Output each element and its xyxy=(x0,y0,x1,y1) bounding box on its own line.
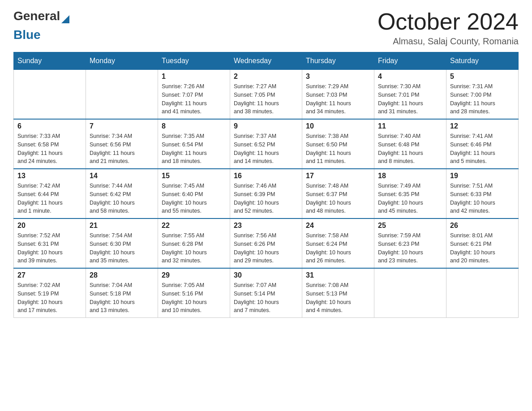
day-detail: Sunrise: 7:42 AM Sunset: 6:44 PM Dayligh… xyxy=(17,182,82,215)
day-number: 21 xyxy=(90,222,154,230)
day-number: 8 xyxy=(162,122,226,130)
calendar-cell: 12Sunrise: 7:41 AM Sunset: 6:46 PM Dayli… xyxy=(446,119,519,169)
weekday-header-sunday: Sunday xyxy=(14,52,86,70)
day-detail: Sunrise: 7:55 AM Sunset: 6:28 PM Dayligh… xyxy=(162,231,226,265)
calendar-cell: 29Sunrise: 7:05 AM Sunset: 5:16 PM Dayli… xyxy=(158,268,230,318)
day-detail: Sunrise: 7:41 AM Sunset: 6:46 PM Dayligh… xyxy=(450,132,515,166)
day-detail: Sunrise: 7:44 AM Sunset: 6:42 PM Dayligh… xyxy=(90,182,154,215)
calendar-week-row: 1Sunrise: 7:26 AM Sunset: 7:07 PM Daylig… xyxy=(14,70,519,120)
day-number: 25 xyxy=(378,222,442,230)
day-number: 12 xyxy=(450,122,515,130)
day-number: 2 xyxy=(234,73,298,81)
day-number: 6 xyxy=(17,122,82,130)
calendar-cell: 31Sunrise: 7:08 AM Sunset: 5:13 PM Dayli… xyxy=(302,268,374,318)
day-detail: Sunrise: 7:35 AM Sunset: 6:54 PM Dayligh… xyxy=(162,132,226,166)
calendar-cell: 19Sunrise: 7:51 AM Sunset: 6:33 PM Dayli… xyxy=(446,169,519,218)
weekday-header-row: SundayMondayTuesdayWednesdayThursdayFrid… xyxy=(14,52,519,70)
day-detail: Sunrise: 7:27 AM Sunset: 7:05 PM Dayligh… xyxy=(234,82,298,116)
calendar-cell: 23Sunrise: 7:56 AM Sunset: 6:26 PM Dayli… xyxy=(230,218,302,268)
calendar-cell: 16Sunrise: 7:46 AM Sunset: 6:39 PM Dayli… xyxy=(230,169,302,218)
calendar-cell: 13Sunrise: 7:42 AM Sunset: 6:44 PM Dayli… xyxy=(14,169,86,218)
day-detail: Sunrise: 7:46 AM Sunset: 6:39 PM Dayligh… xyxy=(234,182,298,215)
weekday-header-wednesday: Wednesday xyxy=(230,52,302,70)
day-number: 27 xyxy=(17,271,82,279)
day-number: 13 xyxy=(17,172,82,180)
day-detail: Sunrise: 7:34 AM Sunset: 6:56 PM Dayligh… xyxy=(90,132,154,166)
day-detail: Sunrise: 7:02 AM Sunset: 5:19 PM Dayligh… xyxy=(17,281,82,315)
calendar-cell: 11Sunrise: 7:40 AM Sunset: 6:48 PM Dayli… xyxy=(374,119,446,169)
page-header: General Blue October 2024 Almasu, Salaj … xyxy=(13,9,519,47)
calendar-cell: 5Sunrise: 7:31 AM Sunset: 7:00 PM Daylig… xyxy=(446,70,519,120)
day-number: 14 xyxy=(90,172,154,180)
day-detail: Sunrise: 7:05 AM Sunset: 5:16 PM Dayligh… xyxy=(162,281,226,315)
calendar-cell: 27Sunrise: 7:02 AM Sunset: 5:19 PM Dayli… xyxy=(14,268,86,318)
day-number: 9 xyxy=(234,122,298,130)
day-number: 24 xyxy=(306,222,370,230)
weekday-header-tuesday: Tuesday xyxy=(158,52,230,70)
day-detail: Sunrise: 7:33 AM Sunset: 6:58 PM Dayligh… xyxy=(17,132,82,166)
day-detail: Sunrise: 7:37 AM Sunset: 6:52 PM Dayligh… xyxy=(234,132,298,166)
svg-marker-0 xyxy=(61,15,69,23)
calendar-cell: 4Sunrise: 7:30 AM Sunset: 7:01 PM Daylig… xyxy=(374,70,446,120)
day-number: 15 xyxy=(162,172,226,180)
month-title: October 2024 xyxy=(378,9,519,34)
day-number: 5 xyxy=(450,73,515,81)
day-number: 3 xyxy=(306,73,370,81)
weekday-header-thursday: Thursday xyxy=(302,52,374,70)
day-detail: Sunrise: 7:52 AM Sunset: 6:31 PM Dayligh… xyxy=(17,231,82,265)
calendar-cell: 25Sunrise: 7:59 AM Sunset: 6:23 PM Dayli… xyxy=(374,218,446,268)
calendar-cell: 17Sunrise: 7:48 AM Sunset: 6:37 PM Dayli… xyxy=(302,169,374,218)
day-number: 1 xyxy=(162,73,226,81)
day-detail: Sunrise: 7:31 AM Sunset: 7:00 PM Dayligh… xyxy=(450,82,515,116)
weekday-header-friday: Friday xyxy=(374,52,446,70)
calendar-table: SundayMondayTuesdayWednesdayThursdayFrid… xyxy=(13,52,519,318)
calendar-cell: 18Sunrise: 7:49 AM Sunset: 6:35 PM Dayli… xyxy=(374,169,446,218)
day-detail: Sunrise: 7:30 AM Sunset: 7:01 PM Dayligh… xyxy=(378,82,442,116)
calendar-cell xyxy=(446,268,519,318)
day-detail: Sunrise: 7:48 AM Sunset: 6:37 PM Dayligh… xyxy=(306,182,370,215)
calendar-cell: 21Sunrise: 7:54 AM Sunset: 6:30 PM Dayli… xyxy=(86,218,158,268)
day-detail: Sunrise: 7:59 AM Sunset: 6:23 PM Dayligh… xyxy=(378,231,442,265)
day-number: 10 xyxy=(306,122,370,130)
calendar-cell xyxy=(14,70,86,120)
day-number: 28 xyxy=(90,271,154,279)
calendar-cell: 30Sunrise: 7:07 AM Sunset: 5:14 PM Dayli… xyxy=(230,268,302,318)
calendar-week-row: 20Sunrise: 7:52 AM Sunset: 6:31 PM Dayli… xyxy=(14,218,519,268)
day-number: 17 xyxy=(306,172,370,180)
day-number: 23 xyxy=(234,222,298,230)
calendar-week-row: 27Sunrise: 7:02 AM Sunset: 5:19 PM Dayli… xyxy=(14,268,519,318)
calendar-week-row: 13Sunrise: 7:42 AM Sunset: 6:44 PM Dayli… xyxy=(14,169,519,218)
weekday-header-monday: Monday xyxy=(86,52,158,70)
day-number: 4 xyxy=(378,73,442,81)
day-detail: Sunrise: 8:01 AM Sunset: 6:21 PM Dayligh… xyxy=(450,231,515,265)
logo: General Blue xyxy=(13,9,69,42)
day-detail: Sunrise: 7:45 AM Sunset: 6:40 PM Dayligh… xyxy=(162,182,226,215)
day-detail: Sunrise: 7:58 AM Sunset: 6:24 PM Dayligh… xyxy=(306,231,370,265)
calendar-cell: 14Sunrise: 7:44 AM Sunset: 6:42 PM Dayli… xyxy=(86,169,158,218)
day-detail: Sunrise: 7:56 AM Sunset: 6:26 PM Dayligh… xyxy=(234,231,298,265)
calendar-cell: 2Sunrise: 7:27 AM Sunset: 7:05 PM Daylig… xyxy=(230,70,302,120)
day-detail: Sunrise: 7:29 AM Sunset: 7:03 PM Dayligh… xyxy=(306,82,370,116)
calendar-cell: 8Sunrise: 7:35 AM Sunset: 6:54 PM Daylig… xyxy=(158,119,230,169)
day-detail: Sunrise: 7:40 AM Sunset: 6:48 PM Dayligh… xyxy=(378,132,442,166)
calendar-cell: 10Sunrise: 7:38 AM Sunset: 6:50 PM Dayli… xyxy=(302,119,374,169)
day-detail: Sunrise: 7:49 AM Sunset: 6:35 PM Dayligh… xyxy=(378,182,442,215)
logo-triangle-icon xyxy=(61,15,69,23)
location-title: Almasu, Salaj County, Romania xyxy=(378,36,519,47)
calendar-cell: 6Sunrise: 7:33 AM Sunset: 6:58 PM Daylig… xyxy=(14,119,86,169)
calendar-cell: 20Sunrise: 7:52 AM Sunset: 6:31 PM Dayli… xyxy=(14,218,86,268)
day-number: 29 xyxy=(162,271,226,279)
calendar-cell: 24Sunrise: 7:58 AM Sunset: 6:24 PM Dayli… xyxy=(302,218,374,268)
calendar-cell: 1Sunrise: 7:26 AM Sunset: 7:07 PM Daylig… xyxy=(158,70,230,120)
day-detail: Sunrise: 7:54 AM Sunset: 6:30 PM Dayligh… xyxy=(90,231,154,265)
calendar-week-row: 6Sunrise: 7:33 AM Sunset: 6:58 PM Daylig… xyxy=(14,119,519,169)
day-number: 19 xyxy=(450,172,515,180)
calendar-cell: 26Sunrise: 8:01 AM Sunset: 6:21 PM Dayli… xyxy=(446,218,519,268)
day-detail: Sunrise: 7:08 AM Sunset: 5:13 PM Dayligh… xyxy=(306,281,370,315)
day-detail: Sunrise: 7:51 AM Sunset: 6:33 PM Dayligh… xyxy=(450,182,515,215)
calendar-cell: 15Sunrise: 7:45 AM Sunset: 6:40 PM Dayli… xyxy=(158,169,230,218)
day-detail: Sunrise: 7:04 AM Sunset: 5:18 PM Dayligh… xyxy=(90,281,154,315)
calendar-cell: 7Sunrise: 7:34 AM Sunset: 6:56 PM Daylig… xyxy=(86,119,158,169)
title-section: October 2024 Almasu, Salaj County, Roman… xyxy=(378,9,519,47)
calendar-cell: 22Sunrise: 7:55 AM Sunset: 6:28 PM Dayli… xyxy=(158,218,230,268)
